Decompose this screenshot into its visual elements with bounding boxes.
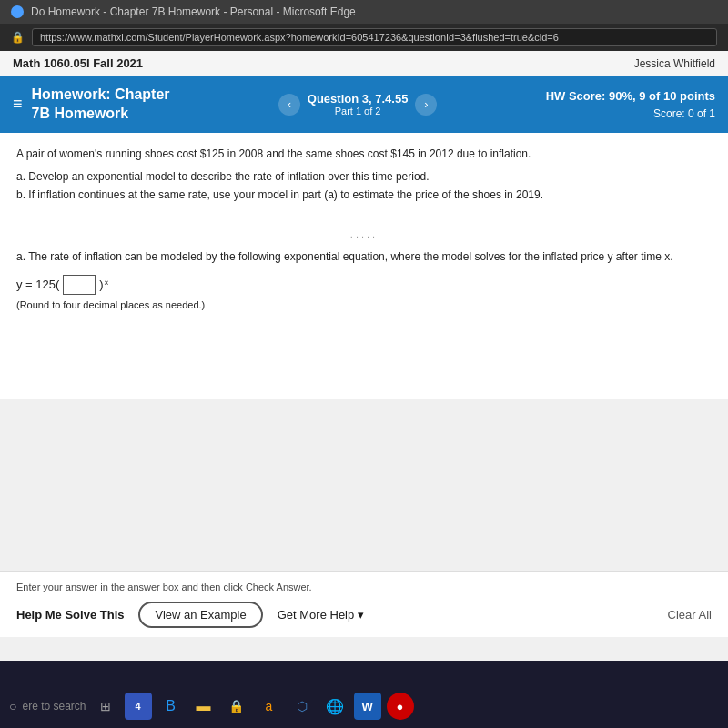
title-bar: Do Homework - Chapter 7B Homework - Pers… (0, 0, 728, 24)
enter-answer-text: Enter your answer in the answer box and … (16, 581, 712, 592)
user-name: Jessica Whitfield (634, 57, 715, 70)
header-left: ≡ Homework: Chapter 7B Homework (13, 86, 170, 124)
equation-suffix: )ˣ (99, 274, 108, 295)
equation-line: y = 125( )ˣ (16, 274, 712, 295)
menu-icon[interactable]: ≡ (13, 95, 23, 114)
equation-answer-input[interactable] (63, 275, 96, 295)
question-score: Score: 0 of 1 (546, 106, 715, 122)
next-question-button[interactable]: › (415, 94, 437, 116)
browser-title: Do Homework - Chapter 7B Homework - Pers… (31, 5, 356, 18)
taskbar-edge-icon[interactable]: B (157, 693, 185, 720)
round-note: (Round to four decimal places as needed.… (16, 299, 712, 310)
hw-score: HW Score: 90%, 9 of 10 points (546, 87, 715, 106)
taskbar-folder-icon[interactable]: ▬ (190, 693, 217, 720)
address-bar: 🔒 (0, 24, 728, 51)
get-more-help-button[interactable]: Get More Help ▾ (278, 608, 364, 622)
clear-all-button[interactable]: Clear All (668, 608, 712, 622)
prev-question-button[interactable]: ‹ (278, 94, 300, 116)
page-content: Math 1060.05I Fall 2021 Jessica Whitfiel… (0, 51, 728, 661)
taskbar-word-icon[interactable]: W (354, 693, 381, 720)
part-a-label: a. Develop an exponential model to descr… (16, 167, 712, 186)
equation-container: y = 125( )ˣ (Round to four decimal place… (16, 274, 712, 309)
course-title: Math 1060.05I Fall 2021 (13, 56, 143, 70)
taskbar-lock-icon[interactable]: 🔒 (223, 693, 250, 720)
question-number: Question 3, 7.4.55 (308, 92, 409, 106)
header-center: ‹ Question 3, 7.4.55 Part 1 of 2 › (278, 92, 438, 116)
top-bar: Math 1060.05I Fall 2021 Jessica Whitfiel… (0, 51, 728, 76)
solution-text: a. The rate of inflation can be modeled … (16, 248, 712, 265)
homework-title-line1: Homework: Chapter (32, 86, 170, 105)
lock-icon: 🔒 (11, 31, 25, 44)
question-part: Part 1 of 2 (308, 106, 409, 116)
part-b-label: b. If inflation continues at the same ra… (16, 186, 712, 204)
equation-prefix: y = 125( (16, 274, 59, 295)
homework-title: Homework: Chapter 7B Homework (32, 86, 170, 124)
taskbar-browser2-icon[interactable]: 🌐 (321, 693, 349, 720)
taskbar-apps-icon[interactable]: ⬡ (288, 693, 316, 720)
dots-separator: ..... (16, 228, 712, 239)
taskbar-amazon-icon[interactable]: a (256, 693, 283, 720)
help-me-solve-button[interactable]: Help Me Solve This (16, 608, 124, 622)
action-buttons: Help Me Solve This View an Example Get M… (16, 602, 712, 628)
work-area: ..... a. The rate of inflation can be mo… (0, 217, 728, 399)
taskbar: ○ ere to search ⊞ 4 B ▬ 🔒 a ⬡ 🌐 W ● (0, 684, 728, 728)
taskbar-multitask-icon[interactable]: ⊞ (92, 693, 119, 720)
question-intro: A pair of women's running shoes cost $12… (16, 146, 712, 162)
header-nav: ≡ Homework: Chapter 7B Homework ‹ Questi… (0, 76, 728, 133)
question-parts: a. Develop an exponential model to descr… (16, 167, 712, 205)
view-example-button[interactable]: View an Example (138, 602, 262, 628)
browser-icon (11, 5, 24, 18)
bottom-bar: Enter your answer in the answer box and … (0, 571, 728, 637)
url-input[interactable] (32, 28, 717, 46)
taskbar-search: ○ ere to search (9, 699, 86, 713)
question-info: Question 3, 7.4.55 Part 1 of 2 (308, 92, 409, 116)
taskbar-app-icon[interactable]: ● (387, 693, 414, 720)
homework-title-line2: 7B Homework (32, 105, 170, 124)
browser-chrome: Do Homework - Chapter 7B Homework - Pers… (0, 0, 728, 51)
taskbar-widget4-icon[interactable]: 4 (125, 693, 152, 720)
search-icon: ○ (9, 699, 16, 713)
score-section: HW Score: 90%, 9 of 10 points Score: 0 o… (546, 87, 715, 122)
question-area: A pair of women's running shoes cost $12… (0, 133, 728, 218)
search-text: ere to search (22, 700, 86, 713)
